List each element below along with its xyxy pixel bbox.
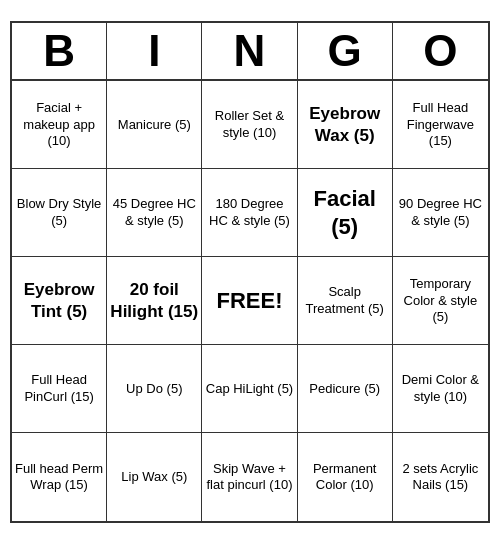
bingo-cell-18[interactable]: Pedicure (5) (298, 345, 393, 433)
bingo-cell-8[interactable]: Facial (5) (298, 169, 393, 257)
bingo-grid: Facial + makeup app (10)Manicure (5)Roll… (12, 81, 488, 521)
bingo-cell-10[interactable]: Eyebrow Tint (5) (12, 257, 107, 345)
bingo-cell-14[interactable]: Temporary Color & style (5) (393, 257, 488, 345)
header-letter-n: N (202, 23, 297, 79)
bingo-cell-5[interactable]: Blow Dry Style (5) (12, 169, 107, 257)
bingo-header: BINGO (12, 23, 488, 81)
bingo-cell-12[interactable]: FREE! (202, 257, 297, 345)
bingo-cell-2[interactable]: Roller Set & style (10) (202, 81, 297, 169)
bingo-cell-16[interactable]: Up Do (5) (107, 345, 202, 433)
bingo-cell-3[interactable]: Eyebrow Wax (5) (298, 81, 393, 169)
bingo-cell-1[interactable]: Manicure (5) (107, 81, 202, 169)
bingo-cell-15[interactable]: Full Head PinCurl (15) (12, 345, 107, 433)
header-letter-o: O (393, 23, 488, 79)
bingo-cell-23[interactable]: Permanent Color (10) (298, 433, 393, 521)
bingo-cell-17[interactable]: Cap HiLight (5) (202, 345, 297, 433)
bingo-cell-9[interactable]: 90 Degree HC & style (5) (393, 169, 488, 257)
header-letter-g: G (298, 23, 393, 79)
bingo-cell-13[interactable]: Scalp Treatment (5) (298, 257, 393, 345)
bingo-card: BINGO Facial + makeup app (10)Manicure (… (10, 21, 490, 523)
header-letter-b: B (12, 23, 107, 79)
bingo-cell-24[interactable]: 2 sets Acrylic Nails (15) (393, 433, 488, 521)
bingo-cell-11[interactable]: 20 foil Hilight (15) (107, 257, 202, 345)
bingo-cell-19[interactable]: Demi Color & style (10) (393, 345, 488, 433)
bingo-cell-22[interactable]: Skip Wave + flat pincurl (10) (202, 433, 297, 521)
bingo-cell-21[interactable]: Lip Wax (5) (107, 433, 202, 521)
bingo-cell-7[interactable]: 180 Degree HC & style (5) (202, 169, 297, 257)
bingo-cell-20[interactable]: Full head Perm Wrap (15) (12, 433, 107, 521)
bingo-cell-4[interactable]: Full Head Fingerwave (15) (393, 81, 488, 169)
header-letter-i: I (107, 23, 202, 79)
bingo-cell-6[interactable]: 45 Degree HC & style (5) (107, 169, 202, 257)
bingo-cell-0[interactable]: Facial + makeup app (10) (12, 81, 107, 169)
